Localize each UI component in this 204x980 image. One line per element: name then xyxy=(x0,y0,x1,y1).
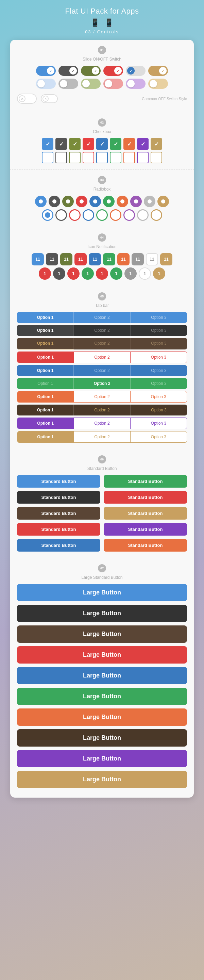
large-btn-brown[interactable]: Large Button xyxy=(17,625,187,643)
tab-option1[interactable]: Option 1 xyxy=(17,404,74,415)
radio-item[interactable] xyxy=(130,196,142,207)
radio-item[interactable] xyxy=(157,196,169,207)
icon-notif-item[interactable]: 11 xyxy=(131,253,144,266)
tab-option2[interactable]: Option 2 xyxy=(74,404,131,415)
large-btn-purple[interactable]: Large Button xyxy=(17,750,187,767)
checkbox-item[interactable]: ✓ xyxy=(82,138,94,150)
checkbox-empty-item[interactable] xyxy=(137,152,149,163)
icon-notif-item[interactable]: 11 xyxy=(117,253,130,266)
large-btn-dark[interactable]: Large Button xyxy=(17,605,187,622)
large-btn-green[interactable]: Large Button xyxy=(17,688,187,705)
checkbox-empty-item[interactable] xyxy=(110,152,122,163)
std-btn-orange[interactable]: Standard Button xyxy=(104,539,187,552)
radio-ring-item[interactable] xyxy=(150,209,162,221)
std-btn-red[interactable]: Standard Button xyxy=(104,491,187,504)
icon-notif-circle[interactable]: 1 xyxy=(82,267,94,280)
radio-item[interactable] xyxy=(76,196,87,207)
tab-option3[interactable]: Option 3 xyxy=(131,431,187,442)
tab-option1[interactable]: Option 1 xyxy=(17,378,74,389)
switch-blue2-off[interactable]: ✓ xyxy=(126,66,145,76)
radio-ring-item[interactable] xyxy=(96,209,108,221)
checkbox-item[interactable]: ✓ xyxy=(123,138,135,150)
icon-notif-item[interactable]: 11 xyxy=(46,253,58,266)
tab-option1[interactable]: Option 1 xyxy=(17,431,74,442)
tab-option3[interactable]: Option 3 xyxy=(131,365,187,376)
std-btn-dark[interactable]: Standard Button xyxy=(17,491,100,504)
radio-item[interactable] xyxy=(35,196,47,207)
tab-option3[interactable]: Option 3 xyxy=(131,338,187,350)
icon-notif-circle[interactable]: 1 xyxy=(110,267,122,280)
tab-option2[interactable]: Option 2 xyxy=(74,418,130,429)
large-btn-orange[interactable]: Large Button xyxy=(17,708,187,726)
switch-purple-off[interactable] xyxy=(126,79,145,89)
radio-ring-item[interactable] xyxy=(110,209,122,221)
tab-option2[interactable]: Option 2 xyxy=(74,312,131,323)
switch-red-on[interactable]: ✓ xyxy=(103,66,123,76)
std-btn-purple[interactable]: Standard Button xyxy=(104,523,187,536)
icon-notif-item[interactable]: 11 xyxy=(74,253,87,266)
switch-blue-on[interactable]: ✓ xyxy=(36,66,56,76)
checkbox-item[interactable]: ✓ xyxy=(110,138,122,150)
large-btn-tan[interactable]: Large Button xyxy=(17,771,187,788)
tab-option2[interactable]: Option 2 xyxy=(74,378,131,389)
icon-notif-item[interactable]: 11 xyxy=(103,253,115,266)
switch-dark-off[interactable] xyxy=(59,79,78,89)
switch-x-outline[interactable]: ✕ xyxy=(17,94,37,104)
tab-option3[interactable]: Option 3 xyxy=(131,378,187,389)
icon-notif-circle[interactable]: 1 xyxy=(39,267,51,280)
tab-option2[interactable]: Option 2 xyxy=(74,431,130,442)
large-btn-red[interactable]: Large Button xyxy=(17,646,187,663)
tab-option1[interactable]: Option 1 xyxy=(17,338,74,350)
icon-notif-circle[interactable]: 1 xyxy=(153,267,165,280)
tab-option1[interactable]: Option 1 xyxy=(17,418,74,429)
checkbox-empty-item[interactable] xyxy=(82,152,94,163)
checkbox-empty-item[interactable] xyxy=(96,152,108,163)
checkbox-item[interactable]: ✓ xyxy=(150,138,162,150)
std-btn-green[interactable]: Standard Button xyxy=(104,475,187,488)
switch-dark-on[interactable]: ✓ xyxy=(59,66,78,76)
icon-notif-circle[interactable]: 1 xyxy=(139,267,151,280)
radio-item[interactable] xyxy=(103,196,115,207)
tab-option3[interactable]: Option 3 xyxy=(131,325,187,336)
std-btn-tan[interactable]: Standard Button xyxy=(104,507,187,520)
switch-olive-off[interactable] xyxy=(81,79,101,89)
checkbox-empty-item[interactable] xyxy=(150,152,162,163)
tab-option2[interactable]: Option 2 xyxy=(74,352,130,363)
radio-item[interactable] xyxy=(117,196,128,207)
std-btn-brown[interactable]: Standard Button xyxy=(17,507,100,520)
tab-option1[interactable]: Option 1 xyxy=(17,365,74,376)
checkbox-empty-item[interactable] xyxy=(69,152,81,163)
switch-tan-on[interactable]: ✓ xyxy=(148,66,168,76)
icon-notif-circle[interactable]: 1 xyxy=(125,267,137,280)
tab-option3[interactable]: Option 3 xyxy=(131,352,187,363)
tab-option2[interactable]: Option 2 xyxy=(74,325,131,336)
switch-red-off[interactable] xyxy=(103,79,123,89)
checkbox-empty-item[interactable] xyxy=(123,152,135,163)
icon-notif-item[interactable]: 11 xyxy=(160,253,172,266)
tab-option2[interactable]: Option 2 xyxy=(74,338,131,350)
tab-option1[interactable]: Option 1 xyxy=(17,312,74,323)
radio-ring-item[interactable] xyxy=(55,209,67,221)
icon-notif-item[interactable]: 11 xyxy=(89,253,101,266)
large-btn-blue2[interactable]: Large Button xyxy=(17,667,187,684)
tab-option3[interactable]: Option 3 xyxy=(131,312,187,323)
radio-item[interactable] xyxy=(89,196,101,207)
icon-notif-circle[interactable]: 1 xyxy=(96,267,108,280)
tab-option2[interactable]: Option 2 xyxy=(74,391,130,402)
icon-notif-circle[interactable]: 1 xyxy=(67,267,79,280)
large-btn-darkbrown[interactable]: Large Button xyxy=(17,729,187,746)
switch-blue-off[interactable] xyxy=(36,79,56,89)
radio-item[interactable] xyxy=(144,196,155,207)
icon-notif-circle[interactable]: 1 xyxy=(53,267,65,280)
checkbox-item[interactable]: ✓ xyxy=(42,138,54,150)
radio-ring-item[interactable] xyxy=(82,209,94,221)
radio-item[interactable] xyxy=(49,196,60,207)
checkbox-empty-item[interactable] xyxy=(42,152,54,163)
checkbox-item[interactable]: ✓ xyxy=(69,138,81,150)
switch-olive-on[interactable]: ✓ xyxy=(81,66,101,76)
switch-x-outline2[interactable]: ✕ xyxy=(41,94,58,103)
radio-ring-item[interactable] xyxy=(42,209,54,221)
tab-option3[interactable]: Option 3 xyxy=(131,418,187,429)
tab-option1[interactable]: Option 1 xyxy=(17,325,74,336)
std-btn-red2[interactable]: Standard Button xyxy=(17,523,100,536)
